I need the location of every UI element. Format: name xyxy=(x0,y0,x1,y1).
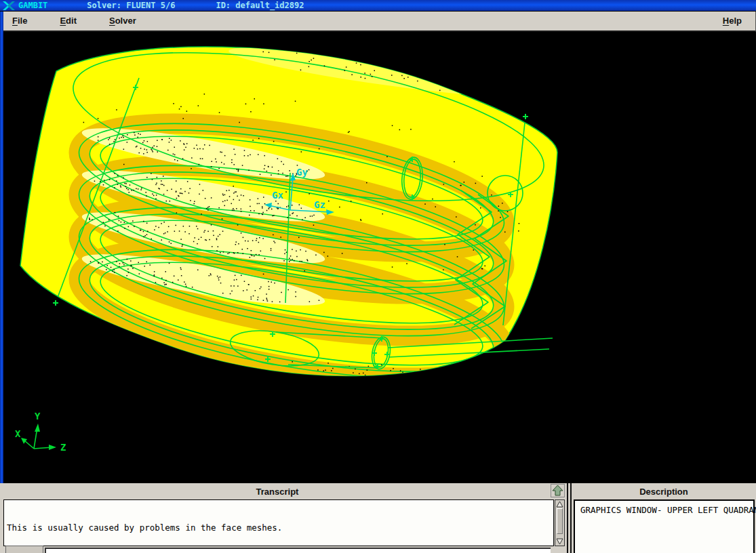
gambit-window: GAMBIT Solver: FLUENT 5/6 ID: default_id… xyxy=(0,0,756,553)
menu-solver-label: olver xyxy=(115,16,136,26)
panel-divider xyxy=(567,483,572,553)
transcript-log[interactable]: This is usually caused by problems in th… xyxy=(3,499,554,546)
menu-file-label: ile xyxy=(18,16,27,26)
command-input[interactable] xyxy=(45,548,551,553)
app-title: GAMBIT xyxy=(18,1,47,10)
up-arrow-icon xyxy=(551,485,564,497)
command-label-block xyxy=(5,546,43,553)
global-axis-z-label: Gz xyxy=(314,199,325,210)
scrollbar-thumb[interactable] xyxy=(557,508,563,534)
menu-bar: File Edit Solver Help xyxy=(0,12,756,32)
model-canvas: Gy Gx Gz Y X Z xyxy=(3,32,756,483)
menu-file[interactable]: File xyxy=(8,12,31,30)
graphics-viewport[interactable]: Gy Gx Gz Y X Z xyxy=(0,32,756,483)
transcript-scrollbar[interactable] xyxy=(555,499,565,546)
view-orientation-triad: Y X Z xyxy=(15,411,66,453)
view-axis-z-label: Z xyxy=(60,442,66,453)
solver-label: Solver: FLUENT 5/6 xyxy=(87,1,175,10)
menu-edit-label: dit xyxy=(66,16,77,26)
expand-transcript-button[interactable] xyxy=(551,484,565,497)
view-axis-x-label: X xyxy=(15,428,21,439)
coil-cylinder-model xyxy=(20,32,577,403)
scroll-down-icon[interactable] xyxy=(556,538,563,545)
bottom-panel-area: Transcript This is usually caused by pro… xyxy=(0,483,756,553)
transcript-line: This is usually caused by problems in th… xyxy=(7,523,553,533)
scroll-up-icon[interactable] xyxy=(556,501,563,508)
window-frame-left-border xyxy=(0,12,3,553)
view-axis-y-label: Y xyxy=(35,411,41,422)
global-axis-x-label: Gx xyxy=(272,190,283,201)
session-id-label: ID: default_id2892 xyxy=(216,1,304,10)
menu-help[interactable]: Help xyxy=(719,12,746,30)
description-header: Description xyxy=(573,485,755,499)
title-bar: GAMBIT Solver: FLUENT 5/6 ID: default_id… xyxy=(0,0,756,12)
global-axis-y-label: Gy xyxy=(296,167,308,178)
description-text: GRAPHICS WINDOW- UPPER LEFT QUADRANT xyxy=(574,499,755,553)
menu-help-label: elp xyxy=(729,16,742,26)
menu-solver[interactable]: Solver xyxy=(105,12,140,30)
gambit-logo-icon xyxy=(2,1,16,11)
transcript-header: Transcript xyxy=(3,485,551,499)
menu-edit[interactable]: Edit xyxy=(56,12,81,30)
